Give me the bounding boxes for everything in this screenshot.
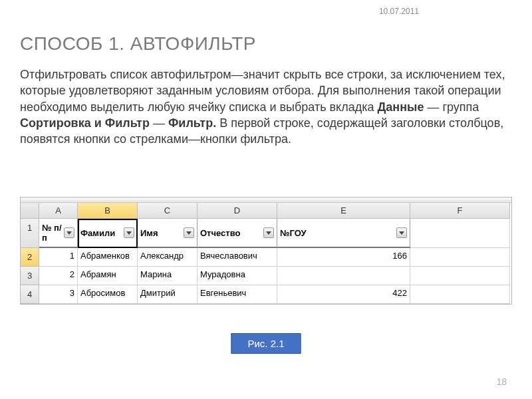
excel-table: A B C D E F 1 № п/п Фамили Имя Отчество … <box>20 197 512 305</box>
filter-dropdown-icon[interactable] <box>184 227 194 238</box>
cell-b2[interactable]: Абраменков <box>78 248 138 267</box>
row-header-2[interactable]: 2 <box>21 248 39 267</box>
filter-header-imya[interactable]: Имя <box>138 219 198 248</box>
cell-e4[interactable]: 422 <box>277 285 410 304</box>
cell-c2[interactable]: Александр <box>138 248 198 267</box>
cell-a4[interactable]: 3 <box>39 285 78 304</box>
col-header-c[interactable]: C <box>138 203 198 219</box>
cell-e3[interactable] <box>277 267 410 285</box>
filter-dropdown-icon[interactable] <box>263 227 274 238</box>
text: — <box>153 116 168 130</box>
bold-text: Фильтр. <box>168 116 216 130</box>
page-title: СПОСОБ 1. АВТОФИЛЬТР <box>20 33 256 55</box>
filter-header-otch[interactable]: Отчество <box>198 219 277 248</box>
header-label: Имя <box>140 228 158 238</box>
filter-dropdown-icon[interactable] <box>64 227 74 238</box>
cell-e2[interactable]: 166 <box>277 248 410 267</box>
table-topbar <box>21 198 511 203</box>
col-header-d[interactable]: D <box>198 203 277 219</box>
col-header-e[interactable]: E <box>277 203 410 219</box>
cell-a3[interactable]: 2 <box>39 267 78 285</box>
filter-header-fam[interactable]: Фамили <box>78 219 138 248</box>
header-label: №ГОУ <box>280 228 307 238</box>
header-label: Отчество <box>200 228 240 238</box>
cell-b4[interactable]: Абросимов <box>78 285 138 304</box>
cell-f2[interactable] <box>410 248 510 267</box>
page-number: 18 <box>496 376 507 387</box>
text: — группа <box>427 100 479 114</box>
header-label: Фамили <box>80 228 115 238</box>
filter-header-gou[interactable]: №ГОУ <box>277 219 410 248</box>
filter-dropdown-icon[interactable] <box>124 227 134 238</box>
col-header-f[interactable]: F <box>410 203 510 219</box>
paragraph: Отфильтровать список автофильтром—значит… <box>20 66 509 147</box>
bold-text: Сортировка и Фильтр <box>20 116 150 130</box>
row-header-1[interactable]: 1 <box>21 219 39 248</box>
cell-f4[interactable] <box>410 285 510 304</box>
row-header-3[interactable]: 3 <box>21 267 39 285</box>
cell-b3[interactable]: Абрамян <box>78 267 138 285</box>
col-header-b[interactable]: B <box>78 203 138 219</box>
filter-header-npp[interactable]: № п/п <box>39 219 78 248</box>
date: 10.07.2011 <box>379 7 419 16</box>
cell-c4[interactable]: Дмитрий <box>138 285 198 304</box>
cell-d4[interactable]: Евгеньевич <box>198 285 277 304</box>
spreadsheet-grid: A B C D E F 1 № п/п Фамили Имя Отчество … <box>21 203 511 304</box>
cell-f3[interactable] <box>410 267 510 285</box>
figure-caption: Рис. 2.1 <box>231 333 301 354</box>
cell-c3[interactable]: Марина <box>138 267 198 285</box>
bold-text: Данные <box>377 100 424 114</box>
corner-cell[interactable] <box>21 203 39 219</box>
cell-f1[interactable] <box>410 219 510 248</box>
cell-d3[interactable]: Мурадовна <box>198 267 277 285</box>
col-header-a[interactable]: A <box>39 203 78 219</box>
row-header-4[interactable]: 4 <box>21 285 39 304</box>
filter-dropdown-icon[interactable] <box>396 227 407 238</box>
header-label: № п/п <box>42 223 64 243</box>
cell-a2[interactable]: 1 <box>39 248 78 267</box>
cell-d2[interactable]: Вячеславович <box>198 248 277 267</box>
